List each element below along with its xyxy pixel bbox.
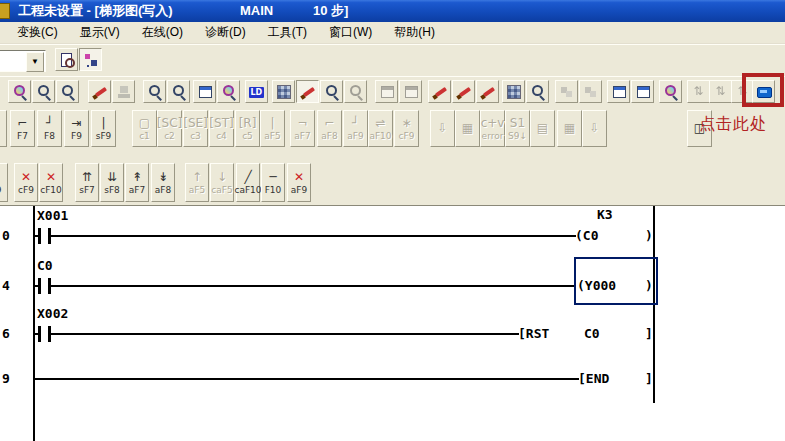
sfc-block-down-button[interactable]: ⇩ bbox=[430, 110, 455, 147]
menu-view[interactable]: 显示(V) bbox=[69, 22, 131, 43]
pulse-close-af8-button[interactable]: ↡aF8 bbox=[151, 163, 175, 202]
sfc-f7-button[interactable]: ⌐F7 bbox=[10, 110, 35, 147]
ladder-find-next-button[interactable] bbox=[344, 80, 367, 103]
ladder-symbol-view-button[interactable] bbox=[272, 80, 295, 103]
hline-f10-button[interactable]: ─F10 bbox=[261, 163, 285, 202]
ladder-logic-test-button[interactable] bbox=[245, 80, 268, 103]
scan-time-monitor-button[interactable] bbox=[526, 80, 549, 103]
sfc-block-list-button[interactable]: ▤ bbox=[530, 110, 555, 147]
device-test-button[interactable] bbox=[428, 80, 451, 103]
contact-bar[interactable] bbox=[38, 228, 41, 244]
menu-diagnostics[interactable]: 诊断(D) bbox=[194, 22, 257, 43]
instruction-label[interactable]: [RST bbox=[518, 326, 549, 341]
entry-monitor-button[interactable] bbox=[659, 80, 682, 103]
vline-f9-button[interactable]: |F9 bbox=[0, 163, 8, 202]
sfc-f8-button[interactable]: ┘F8 bbox=[37, 110, 62, 147]
ladder-find-button[interactable] bbox=[320, 80, 343, 103]
sfc-af10-button[interactable]: ⇌aF10 bbox=[368, 110, 393, 147]
delete-af9-button[interactable]: ✕aF9 bbox=[287, 163, 311, 202]
find-instruction-button[interactable] bbox=[32, 80, 55, 103]
monitor-mode-button[interactable] bbox=[112, 80, 135, 103]
window-overlap-button[interactable] bbox=[217, 80, 240, 103]
window-split-2-button[interactable] bbox=[631, 80, 654, 103]
sfc-block-grid-button[interactable]: ▦ bbox=[557, 110, 582, 147]
verify-project-button[interactable] bbox=[55, 48, 78, 71]
toolbar-standard bbox=[0, 76, 785, 109]
contact-bar[interactable] bbox=[38, 278, 41, 294]
sfc-sf9-button[interactable]: |sF9 bbox=[91, 110, 116, 147]
coil-label[interactable]: (C0 bbox=[575, 228, 598, 243]
instruction-label[interactable]: [END bbox=[578, 371, 609, 386]
comment-balloon-button[interactable] bbox=[375, 80, 398, 103]
mag-icon bbox=[324, 84, 340, 100]
contact-label: C0 bbox=[37, 258, 53, 273]
mag-icon bbox=[147, 84, 163, 100]
sfc-af5-button[interactable]: |aF5 bbox=[260, 110, 285, 147]
zoom-in-button[interactable] bbox=[167, 80, 190, 103]
menu-convert[interactable]: 变换(C) bbox=[6, 22, 69, 43]
find-string-button[interactable] bbox=[56, 80, 79, 103]
coil-close: ) bbox=[645, 278, 653, 293]
statement-display-button[interactable] bbox=[399, 80, 422, 103]
sfc-f5-button[interactable]: ⊢F5 bbox=[0, 110, 7, 147]
menu-help[interactable]: 帮助(H) bbox=[383, 22, 446, 43]
stamp-icon bbox=[116, 84, 132, 100]
sfc-af10-icon: ⇌ bbox=[375, 117, 385, 131]
updown-icon bbox=[691, 84, 707, 100]
sfc-c3-icon: [SE] bbox=[183, 117, 208, 131]
ladder-editor-canvas[interactable]: 0 X001 K3 (C0 ) 4 C0 (Y000 ) 6 X002 [RST… bbox=[0, 205, 785, 441]
zoom-out-button[interactable] bbox=[143, 80, 166, 103]
sfc-cf9-button[interactable]: ∗cF9 bbox=[394, 110, 419, 147]
line-delete-cf10-button[interactable]: ✕cF10 bbox=[39, 163, 63, 202]
invert-caf10-button[interactable]: ╱caF10 bbox=[236, 163, 260, 202]
sfc-block-error-button[interactable]: c+verror bbox=[480, 110, 505, 147]
block-down-button[interactable] bbox=[579, 80, 602, 103]
write-mode-button[interactable] bbox=[88, 80, 111, 103]
sfc-c1-button[interactable]: ▢c1 bbox=[132, 110, 157, 147]
menu-tools[interactable]: 工具(T) bbox=[257, 22, 318, 43]
delete-row-button[interactable] bbox=[709, 80, 732, 103]
pulse-open-sf7-button[interactable]: ⇈sF7 bbox=[75, 163, 99, 202]
window-switch-button[interactable] bbox=[193, 80, 216, 103]
fkey-label: caF5 bbox=[211, 185, 232, 195]
chevron-down-icon[interactable]: ▼ bbox=[26, 52, 44, 72]
fkey-label: cF10 bbox=[40, 185, 62, 195]
vline-delete-cf9-button[interactable]: ✕cF9 bbox=[14, 163, 38, 202]
program-select-combo[interactable]: ▼ bbox=[0, 50, 46, 72]
coil-label[interactable]: (Y000 bbox=[577, 278, 616, 293]
sfc-af7-button[interactable]: ¬aF7 bbox=[290, 110, 315, 147]
sfc-c2-button[interactable]: [SC]c2 bbox=[157, 110, 182, 147]
rise-af5-button[interactable]: ↑aF5 bbox=[185, 163, 209, 202]
sfc-f9-icon: ⇥ bbox=[71, 117, 81, 131]
ladder-write-button[interactable] bbox=[296, 80, 319, 103]
window-split-1-button[interactable] bbox=[607, 80, 630, 103]
sfc-af9-button[interactable]: ┘aF9 bbox=[343, 110, 368, 147]
program-check-button[interactable] bbox=[502, 80, 525, 103]
menu-online[interactable]: 在线(O) bbox=[131, 22, 194, 43]
sfc-f8-icon: ┘ bbox=[46, 117, 53, 131]
menu-window[interactable]: 窗口(W) bbox=[318, 22, 383, 43]
sfc-af8-button[interactable]: ⌐aF8 bbox=[317, 110, 342, 147]
pulse-close-sf8-button[interactable]: ⇊sF8 bbox=[100, 163, 124, 202]
block-up-button[interactable] bbox=[555, 80, 578, 103]
find-device-button[interactable] bbox=[8, 80, 31, 103]
sfc-c5-button[interactable]: [R]c5 bbox=[235, 110, 260, 147]
sfc-c3-button[interactable]: [SE]c3 bbox=[183, 110, 208, 147]
device-monitor-button[interactable] bbox=[752, 80, 775, 103]
contact-bar[interactable] bbox=[38, 326, 41, 342]
pencil-icon bbox=[92, 84, 108, 100]
sfc-c4-button[interactable]: [ST]c4 bbox=[209, 110, 234, 147]
insert-row-button[interactable] bbox=[687, 80, 710, 103]
buffer-memory-batch-button[interactable] bbox=[476, 80, 499, 103]
sfc-step-jump-button[interactable]: S1S9↓ bbox=[505, 110, 530, 147]
fkey-label: F9 bbox=[71, 131, 82, 141]
sfc-device-down-button[interactable]: ⇩ bbox=[582, 110, 607, 147]
fall-caf5-button[interactable]: ↓caF5 bbox=[210, 163, 234, 202]
insert-column-button[interactable] bbox=[731, 80, 754, 103]
project-data-list-button[interactable] bbox=[79, 48, 102, 71]
sfc-step-jump-icon: S1 bbox=[510, 117, 525, 131]
pulse-open-af7-button[interactable]: ↟aF7 bbox=[125, 163, 149, 202]
sfc-f9-button[interactable]: ⇥F9 bbox=[64, 110, 89, 147]
device-batch-button[interactable] bbox=[452, 80, 475, 103]
sfc-block-copy-button[interactable]: ▦ bbox=[455, 110, 480, 147]
